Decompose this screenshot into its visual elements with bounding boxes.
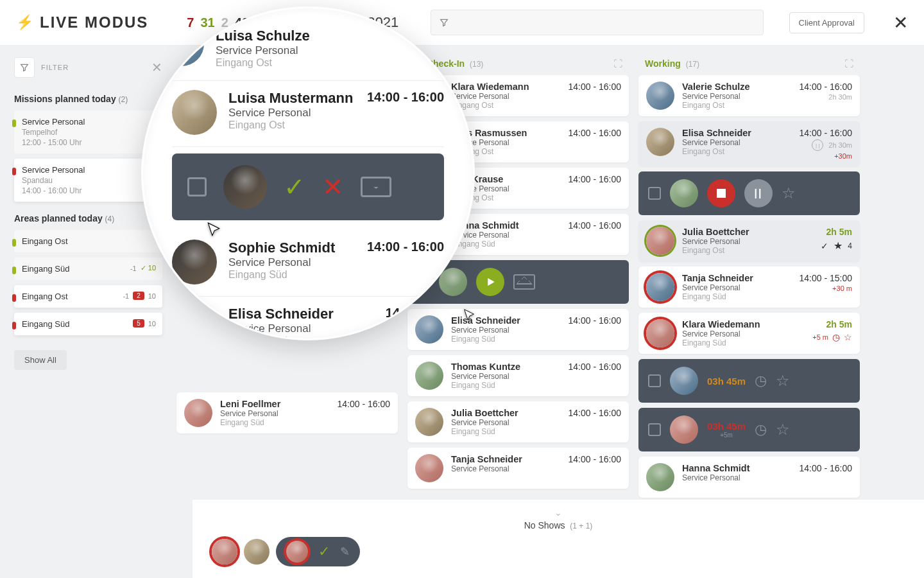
area-card[interactable]: Eingang Süd -1✓ 10 bbox=[14, 258, 162, 280]
person-card[interactable]: Klara Wiedemann Service Personal Eingang… bbox=[638, 313, 860, 354]
status-dot bbox=[12, 168, 16, 175]
mail-icon[interactable] bbox=[361, 177, 391, 197]
person-card[interactable]: Julia Boettcher Service Personal Eingang… bbox=[407, 401, 629, 442]
client-approval-button[interactable]: Client Approval bbox=[789, 12, 864, 33]
person-role: Service Personal bbox=[451, 231, 560, 240]
cursor-icon bbox=[462, 308, 479, 325]
time-label: 14:00 - 16:00 bbox=[568, 82, 621, 92]
filter-button[interactable] bbox=[14, 57, 35, 78]
working-title: Working (17) bbox=[645, 58, 699, 69]
mission-card[interactable]: Service Personal Spandau 14:00 - 16:00 U… bbox=[14, 159, 162, 202]
clock-icon[interactable]: ◷ bbox=[755, 372, 767, 389]
person-card[interactable]: Julia Boettcher Service Personal Eingang… bbox=[638, 220, 860, 261]
close-icon[interactable]: ✕ bbox=[893, 12, 908, 33]
person-role: Service Personal bbox=[682, 329, 805, 338]
person-card[interactable]: Tanja Schneider Service Personal Eingang… bbox=[638, 267, 860, 308]
brand: ⚡ LIVE MODUS bbox=[16, 13, 148, 31]
person-role: Service Personal bbox=[682, 138, 791, 147]
time-label: 14:00 - 16:00 bbox=[337, 399, 390, 409]
avatar bbox=[646, 82, 674, 110]
mission-card[interactable]: Service Personal Tempelhof 12:00 - 15:00… bbox=[14, 110, 162, 153]
person-role: Service Personal bbox=[451, 418, 560, 427]
search-input[interactable] bbox=[431, 10, 763, 35]
play-button[interactable] bbox=[476, 268, 504, 296]
person-name: Valerie Schulze bbox=[682, 82, 791, 92]
time-label: 14:00 - 16:00 bbox=[568, 220, 621, 231]
time-label: 14:00 - 16:00 bbox=[367, 90, 444, 105]
count-badge: 10 bbox=[148, 292, 156, 300]
cursor-icon bbox=[205, 222, 222, 238]
avatar bbox=[415, 454, 443, 482]
filter-close-icon[interactable]: ✕ bbox=[151, 60, 162, 75]
stop-button[interactable] bbox=[707, 179, 735, 207]
time-label: 14:00 - 16:00 bbox=[799, 463, 852, 473]
person-name: Luisa Schulze bbox=[216, 28, 407, 44]
person-card[interactable]: Hanna Schmidt Service Personal 14:00 - 1… bbox=[638, 457, 860, 498]
star-icon[interactable]: ☆ bbox=[776, 421, 790, 439]
mail-icon[interactable] bbox=[513, 274, 535, 290]
reject-icon[interactable]: ✕ bbox=[322, 172, 344, 202]
show-all-button[interactable]: Show All bbox=[14, 350, 67, 370]
play-icon bbox=[484, 276, 496, 288]
area-card[interactable]: Eingang Ost -1210 bbox=[14, 285, 162, 308]
avatar bbox=[172, 90, 217, 135]
pause-button[interactable]: || bbox=[744, 179, 773, 207]
stat-green: 31 bbox=[200, 15, 214, 30]
checkbox[interactable] bbox=[648, 374, 661, 387]
clock-icon[interactable]: ◷ bbox=[755, 421, 767, 438]
person-card[interactable]: Elisa Schneider Service Personal Eingang… bbox=[407, 309, 629, 350]
pencil-icon[interactable]: ✎ bbox=[340, 545, 350, 559]
person-area: Eingang Ost bbox=[682, 147, 791, 156]
avatar bbox=[223, 165, 267, 209]
person-role: Service Personal bbox=[220, 409, 329, 418]
area-card[interactable]: Eingang Süd 510 bbox=[14, 313, 162, 335]
person-area: Eingang Süd bbox=[682, 338, 805, 347]
person-role: Service Personal bbox=[451, 92, 560, 101]
avatar bbox=[646, 128, 674, 156]
avatar bbox=[172, 240, 217, 285]
person-card[interactable]: Tanja Schneider Service Personal 14:00 -… bbox=[407, 448, 629, 489]
working-action-bar: || ☆ bbox=[638, 171, 860, 215]
time-label: 14:00 - 16:00 bbox=[568, 454, 621, 464]
person-area: Eingang Ost bbox=[451, 101, 560, 110]
checkbox[interactable] bbox=[648, 423, 661, 436]
avatar bbox=[646, 227, 674, 255]
checkbox[interactable] bbox=[187, 177, 207, 197]
person-area: Eingang Süd bbox=[220, 418, 329, 427]
area-name: Eingang Ost bbox=[22, 236, 155, 246]
avatar[interactable] bbox=[244, 539, 270, 565]
checkbox[interactable] bbox=[648, 187, 661, 200]
person-role: Service Personal bbox=[682, 473, 791, 482]
time-control-bar: 03h 45m +5m ◷ ☆ bbox=[638, 408, 860, 451]
check-icon[interactable]: ✓ bbox=[318, 543, 330, 560]
approve-icon[interactable]: ✓ bbox=[284, 172, 305, 202]
person-name: Luisa Mustermann bbox=[228, 90, 355, 107]
person-area: Eingang Ost bbox=[216, 57, 407, 69]
avatar[interactable] bbox=[286, 541, 308, 563]
avatar bbox=[184, 399, 212, 427]
person-role: Service Personal bbox=[682, 283, 791, 292]
duration-label: 2h 5m bbox=[826, 227, 852, 237]
status-dot bbox=[12, 294, 16, 302]
magnifier-overlay: Luisa Schulze Service Personal Eingang O… bbox=[141, 6, 475, 340]
star-icon[interactable]: ☆ bbox=[782, 184, 796, 202]
expand-icon[interactable]: ⛶ bbox=[613, 58, 622, 69]
expand-icon[interactable]: ⛶ bbox=[844, 58, 853, 69]
avatar[interactable] bbox=[212, 539, 237, 565]
person-card[interactable]: Leni Foellmer Service Personal Eingang S… bbox=[176, 392, 398, 434]
time-label: 14:00 - 16:00 bbox=[799, 128, 852, 138]
footer-handle[interactable]: ⌄ bbox=[212, 507, 905, 518]
person-card[interactable]: Thomas Kuntze Service Personal Eingang S… bbox=[407, 355, 629, 396]
star-icon[interactable]: ☆ bbox=[776, 372, 790, 390]
mission-name: Service Personal bbox=[22, 165, 155, 175]
person-card[interactable]: Valerie Schulze Service Personal Eingang… bbox=[638, 75, 860, 116]
duration-label: 2h 5m bbox=[826, 319, 852, 329]
person-role: Service Personal bbox=[682, 92, 791, 101]
person-role: Service Personal bbox=[228, 107, 355, 119]
area-card[interactable]: Eingang Ost bbox=[14, 230, 162, 252]
person-card[interactable]: Elisa Schneider Service Personal Eingang… bbox=[638, 121, 860, 166]
duration-sub: 2h 30m bbox=[828, 141, 852, 149]
person-name: Julia Boettcher bbox=[451, 408, 560, 418]
person-name: Tanja Schneider bbox=[451, 454, 560, 464]
rating-indicator: ✓ ★ 4 bbox=[821, 240, 852, 252]
